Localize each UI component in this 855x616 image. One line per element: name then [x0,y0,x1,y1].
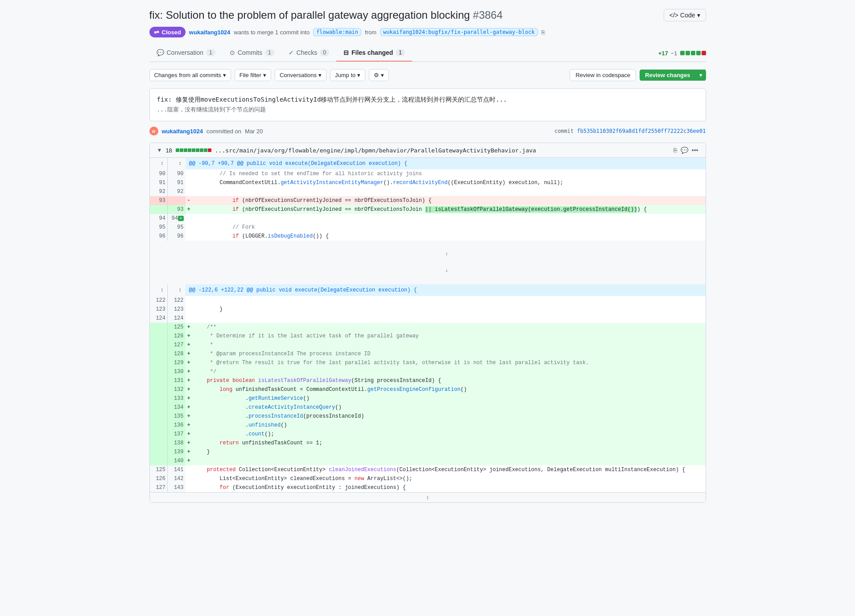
jump-to-label: Jump to [335,72,355,78]
hunk2-expand-right[interactable]: ↕ [168,284,186,296]
review-codespace-button[interactable]: Review in codespace [570,69,636,81]
table-row: 127 + * [150,341,706,349]
review-codespace-label: Review in codespace [575,72,630,78]
pr-author[interactable]: wukaifang1024 [189,29,231,36]
file-filter-button[interactable]: File filter ▾ [235,69,271,81]
conversations-chevron: ▾ [318,72,322,78]
file-filter-chevron: ▾ [263,72,266,78]
hunk-expand-right[interactable]: ↕ [168,158,186,169]
filters-bar: Changes from all commits ▾ File filter ▾… [149,69,706,81]
commit-message-box: fix: 修复使用moveExecutionsToSingleActivityI… [149,88,706,121]
hunk-expand-left[interactable]: ↕ [150,158,168,169]
diff-file-path: ...src/main/java/org/flowable/engine/imp… [215,147,670,154]
file-filter-label: File filter [240,72,261,78]
tabs-bar: 💬 Conversation 1 ⊙ Commits 1 ✓ Checks 0 … [149,45,706,62]
merge-icon: ⇌ [154,29,159,36]
author-avatar: w [149,127,158,136]
diff-file-squares [176,148,211,152]
table-row: 124 124 [150,314,706,323]
jump-to-chevron: ▾ [357,72,360,78]
table-row: 137 + .count(); [150,430,706,439]
checks-icon: ✓ [289,49,294,56]
commit-hash: commit fb535b110302f69a8d1fdf2550ff72222… [554,128,706,134]
commit-date: Mar 20 [245,128,263,135]
table-row: 95 95 // Fork [150,223,706,232]
pr-source-branch[interactable]: wukaifang1024:bugfix/fix-parallel-gatewa… [380,28,538,36]
hunk2-expand-left[interactable]: ↕ [150,284,168,296]
table-row: 126 + * Determine if it is the last acti… [150,332,706,341]
table-row: 96 96 if (LOGGER.isDebugEnabled()) { [150,232,706,241]
table-row: 128 + * @param processInstanceId The pro… [150,349,706,358]
table-row: 122 122 [150,296,706,305]
table-row: 92 92 [150,187,706,196]
code-button-label: Code [680,12,695,19]
filters-right: Review in codespace Review changes ▾ [570,69,706,81]
pr-number: #3864 [473,9,503,21]
hunk2-content: @@ -122,6 +122,22 @@ public void execute… [186,284,706,296]
more-options-icon[interactable]: ••• [692,147,698,154]
table-row: 93 + if (nbrOfExecutionsCurrentlyJoined … [150,205,706,214]
copy-branch-icon[interactable]: ⎘ [541,29,545,36]
commits-icon: ⊙ [230,49,235,56]
commit-hash-value[interactable]: fb535b110302f69a8d1fdf2550ff72222c36ee01 [577,128,706,134]
pr-title-text: fix: Solution to the problem of parallel… [149,9,470,21]
conversations-label: Conversations [280,72,317,78]
copy-path-icon[interactable]: ⎘ [673,147,677,154]
review-changes-main[interactable]: Review changes [640,70,695,81]
hunk-header-1: ↕ ↕ @@ -90,7 +90,7 @@ public void execut… [150,158,706,169]
expand-row[interactable]: ↑ ↓ [150,241,706,284]
add-comment-icon[interactable]: 💬 [681,147,688,154]
table-row: 134 + .createActivityInstanceQuery() [150,403,706,412]
author-name[interactable]: wukaifang1024 [162,128,203,135]
code-icon: </> [669,12,678,19]
code-chevron-icon: ▾ [697,12,700,19]
settings-filter[interactable]: ⚙ ▾ [369,69,389,81]
table-row: 129 + * @return The result is true for t… [150,358,706,367]
tab-conversation[interactable]: 💬 Conversation 1 [149,45,223,62]
expand-icon-up[interactable]: ↑ [445,251,448,258]
diff-table: ↕ ↕ @@ -90,7 +90,7 @@ public void execut… [150,158,706,492]
review-changes-label: Review changes [645,72,690,78]
pr-target-branch[interactable]: flowable:main [313,28,361,36]
commit-message-body: ...阻塞，没有继续流转到下个节点的问题 [157,106,698,114]
hunk-content: @@ -90,7 +90,7 @@ public void execute(De… [186,158,706,169]
changes-from-filter[interactable]: Changes from all commits ▾ [149,69,231,81]
changes-from-label: Changes from all commits [154,72,221,78]
table-row: 139 + } [150,448,706,456]
expand-icon-down[interactable]: ↓ [445,267,448,274]
tab-checks[interactable]: ✓ Checks 0 [281,45,336,62]
commit-message-title: fix: 修复使用moveExecutionsToSingleActivityI… [157,96,698,104]
table-row: 125 + /** [150,323,706,332]
tab-files-changed[interactable]: ⊟ Files changed 1 [336,45,412,62]
table-row: 136 + .unfinished() [150,421,706,430]
files-changed-icon: ⊟ [343,49,349,56]
file-expand-toggle[interactable]: ▼ [157,147,162,153]
table-row: 126 142 List<ExecutionEntity> cleanedExe… [150,474,706,483]
review-changes-dropdown[interactable]: ▾ [696,70,706,81]
settings-chevron: ▾ [381,72,384,78]
status-badge: ⇌ Closed [149,27,186,37]
diff-squares [680,51,706,55]
table-row: 93 - if (nbrOfExecutionsCurrentlyJoined … [150,196,706,205]
diff-file-actions: ⎘ 💬 ••• [673,147,698,154]
table-row: 125 141 protected Collection<ExecutionEn… [150,465,706,474]
table-row: 131 + private boolean isLatestTaskOfPara… [150,376,706,385]
table-row: 94 94+ [150,214,706,223]
bottom-expand-row[interactable]: ↕ [150,492,706,502]
code-button[interactable]: </> Code ▾ [664,9,706,21]
pr-merge-text: wants to merge 1 commit into [234,29,310,36]
jump-to-filter[interactable]: Jump to ▾ [330,69,365,81]
table-row: 127 143 for (ExecutionEntity executionEn… [150,483,706,492]
conversations-filter[interactable]: Conversations ▾ [275,69,326,81]
commit-author-row: w wukaifang1024 committed on Mar 20 comm… [149,127,706,136]
tab-commits[interactable]: ⊙ Commits 1 [223,45,281,62]
bottom-expand-icon[interactable]: ↕ [426,494,429,501]
settings-icon: ⚙ [374,72,379,78]
table-row: 138 + return unfinishedTaskCount == 1; [150,439,706,448]
review-changes-button[interactable]: Review changes ▾ [640,69,706,81]
table-row: 140 + [150,456,706,465]
diff-count-label: 18 [165,147,172,154]
conversation-icon: 💬 [157,49,164,56]
diff-file-header: ▼ 18 ...src/main/java/org/flowable/engin… [150,143,706,158]
changes-from-chevron: ▾ [223,72,226,78]
